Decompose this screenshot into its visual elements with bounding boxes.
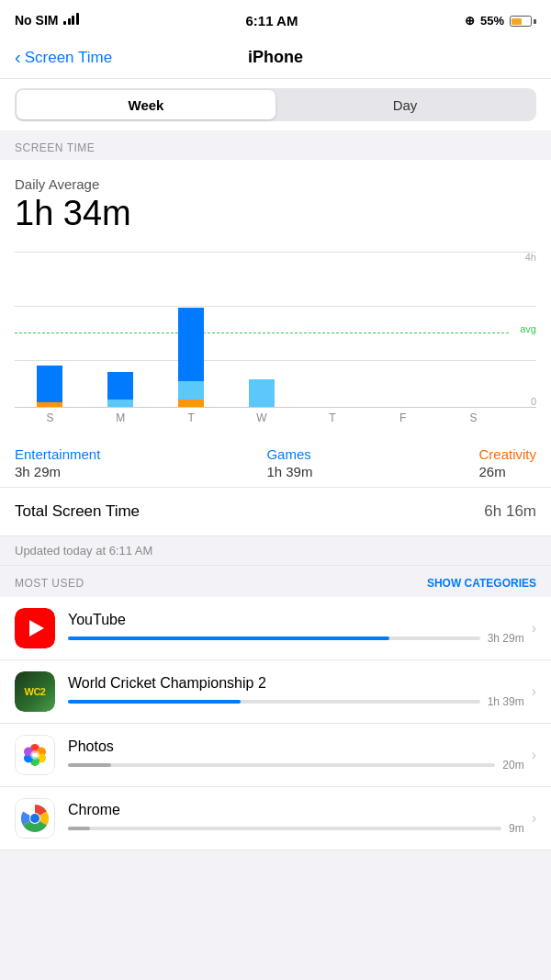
screen-record-icon: ⊕ [465,14,475,28]
chrome-svg [20,804,50,833]
chart-legend: Entertainment 3h 29m Games 1h 39m Creati… [0,434,551,488]
daily-average-time: 1h 34m [15,194,536,233]
games-seg-mon [107,400,133,407]
back-button[interactable]: ‹ Screen Time [15,47,112,68]
updated-text: Updated today at 6:11 AM [15,544,152,558]
daily-average-card: Daily Average 1h 34m 4h 0 avg [0,160,551,536]
screen-time-section-header: SCREEN TIME [0,130,551,160]
day-label-t2: T [297,411,367,424]
games-label: Games [266,446,312,462]
youtube-bar-track [68,636,480,640]
days-row: S M T W T F S [15,408,536,424]
daily-average-label: Daily Average [15,176,536,192]
status-bar: No SIM 6:11 AM ⊕ 55% [0,0,551,40]
chrome-bar-track [68,827,501,830]
youtube-name: YouTube [68,612,524,628]
entertainment-label: Entertainment [15,446,100,462]
wcc-bar-track [68,700,480,704]
app-item-photos[interactable]: Photos 20m › [0,724,551,787]
youtube-info: YouTube 3h 29m [68,612,524,645]
bar-stack-tuesday [178,308,204,407]
most-used-header: MOST USED SHOW CATEGORIES [0,566,551,597]
bar-sunday [15,366,85,407]
battery-icon [510,14,536,28]
youtube-logo [15,608,55,648]
day-tab[interactable]: Day [276,90,534,119]
chrome-bar-row: 9m [68,822,524,835]
day-label-m: M [85,411,156,424]
grid-top [15,252,536,253]
page-title: iPhone [248,48,303,67]
photos-app-icon [15,735,55,775]
app-list: YouTube 3h 29m › WC2 World Cricket Champ… [0,597,551,850]
total-value: 6h 16m [484,502,536,521]
most-used-label: MOST USED [15,577,84,590]
day-label-f: F [367,411,438,424]
back-chevron-icon: ‹ [15,47,21,68]
photos-bar-fill [68,763,111,767]
wcc-bar-row: 1h 39m [68,695,524,708]
youtube-bar-fill [68,636,389,640]
photos-svg [20,740,50,770]
daily-average-section: Daily Average 1h 34m [0,160,551,233]
wcc-time: 1h 39m [488,695,524,708]
youtube-play-icon [29,620,44,636]
status-time: 6:11 AM [245,13,298,28]
y-label-0: 0 [531,396,536,407]
youtube-time: 3h 29m [488,632,524,645]
creativity-seg-sun [37,402,62,407]
week-tab[interactable]: Week [17,90,276,119]
photos-logo [15,735,55,775]
chrome-chevron-icon: › [532,810,536,827]
photos-info: Photos 20m [68,738,524,772]
bar-stack-wednesday [249,379,275,407]
entertainment-time: 3h 29m [15,464,100,479]
total-label: Total Screen Time [15,502,140,521]
updated-row: Updated today at 6:11 AM [0,536,551,566]
youtube-icon [15,608,55,648]
total-screen-time-row: Total Screen Time 6h 16m [0,488,551,536]
svg-point-6 [30,750,39,760]
legend-games: Games 1h 39m [266,446,312,479]
avg-label: avg [520,323,536,334]
legend-entertainment: Entertainment 3h 29m [15,446,100,479]
day-label-s2: S [438,411,509,424]
wcc-logo: WC2 [15,671,55,712]
chart-area: 4h 0 avg [15,252,536,408]
creativity-label: Creativity [478,446,536,462]
app-item-chrome[interactable]: Chrome 9m › [0,787,551,850]
photos-chevron-icon: › [532,747,536,763]
segment-wrapper: Week Day [0,79,551,130]
y-label-4h: 4h [525,252,536,263]
youtube-bar-row: 3h 29m [68,632,524,645]
back-label: Screen Time [25,49,112,67]
app-item-youtube[interactable]: YouTube 3h 29m › [0,597,551,660]
entertainment-seg-wed [249,379,275,407]
battery-percent: 55% [480,14,504,28]
youtube-chevron-icon: › [532,620,536,636]
wcc-app-icon: WC2 [15,671,55,712]
show-categories-button[interactable]: SHOW CATEGORIES [427,577,536,590]
chrome-info: Chrome 9m [68,802,524,835]
app-item-wcc[interactable]: WC2 World Cricket Championship 2 1h 39m … [0,660,551,724]
bar-chart: 4h 0 avg [0,242,551,434]
day-label-w: W [227,411,298,424]
photos-bar-track [68,763,495,767]
bar-wednesday [227,379,298,407]
entertainment-seg-tue [178,308,204,381]
bar-stack-sunday [37,366,62,407]
chrome-bar-fill [68,827,90,830]
entertainment-seg-sun [37,366,62,402]
wcc-info: World Cricket Championship 2 1h 39m [68,675,524,708]
chrome-name: Chrome [68,802,524,818]
status-left: No SIM [15,13,79,28]
nav-bar: ‹ Screen Time iPhone [0,40,551,79]
day-label-t1: T [156,411,227,424]
bars-row [15,278,509,407]
photos-time: 20m [502,759,523,772]
bar-stack-monday [107,372,133,407]
legend-creativity: Creativity 26m [478,446,536,479]
entertainment-seg-mon [107,372,133,400]
wcc-name: World Cricket Championship 2 [68,675,524,692]
games-time: 1h 39m [266,464,312,479]
